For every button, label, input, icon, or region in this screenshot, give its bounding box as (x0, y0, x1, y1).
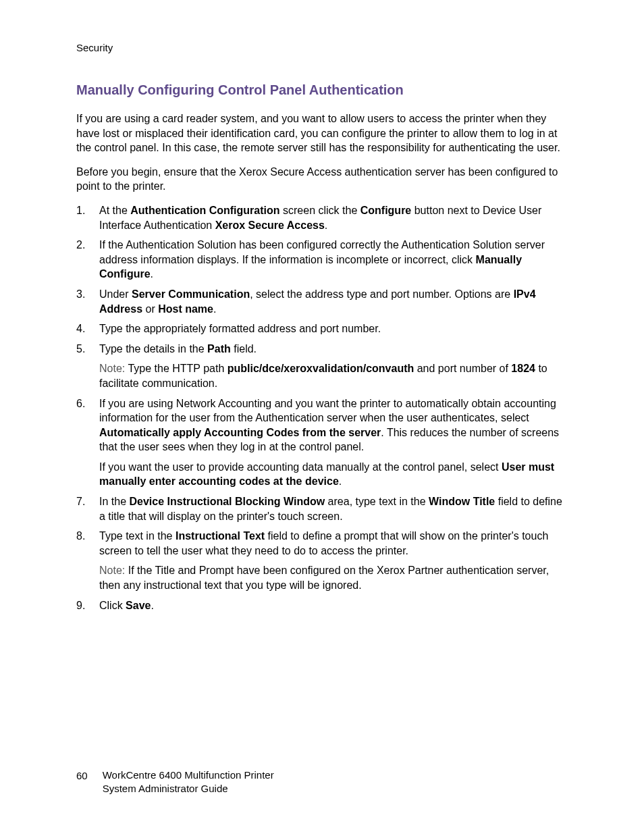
bold: Authentication Configuration (130, 205, 279, 216)
bold: Instructional Text (176, 530, 265, 542)
text: At the (99, 205, 130, 216)
text: In the (99, 496, 129, 507)
text: Type the appropriately formatted address… (99, 323, 381, 334)
step-8-note: Note: If the Title and Prompt have been … (99, 563, 568, 592)
text: Type text in the (99, 530, 176, 542)
bold: public/dce/xeroxvalidation/convauth (227, 363, 414, 374)
text: , select the address type and port numbe… (250, 288, 513, 300)
bold: Automatically apply Accounting Codes fro… (99, 427, 381, 438)
step-7: In the Device Instructional Blocking Win… (76, 494, 568, 523)
text: and port number of (414, 363, 511, 374)
text: or (142, 303, 158, 315)
text: Click (99, 600, 126, 611)
page-number: 60 (76, 768, 88, 783)
bold: Save (126, 600, 151, 611)
bold: Server Communication (132, 288, 250, 300)
step-9: Click Save. (76, 598, 568, 613)
step-8: Type text in the Instructional Text fiel… (76, 529, 568, 592)
bold: Host name (158, 303, 213, 315)
intro-paragraph-1: If you are using a card reader system, a… (76, 111, 568, 155)
step-2: If the Authentication Solution has been … (76, 238, 568, 282)
bold: 1824 (511, 363, 535, 374)
page-footer: 60 WorkCentre 6400 Multifunction Printer… (76, 768, 274, 795)
step-5-note: Note: Type the HTTP path public/dce/xero… (99, 361, 568, 390)
step-1: At the Authentication Configuration scre… (76, 203, 568, 232)
footer-line-1: WorkCentre 6400 Multifunction Printer (103, 768, 274, 782)
text: If the Title and Prompt have been config… (99, 565, 549, 591)
text: field. (231, 343, 257, 355)
step-5: Type the details in the Path field. Note… (76, 342, 568, 391)
bold: Path (207, 343, 231, 355)
text: If you want the user to provide accounti… (99, 461, 502, 473)
text: . (151, 600, 153, 611)
text: . (213, 303, 216, 315)
text: screen click the (280, 205, 360, 216)
bold: Window Title (429, 496, 495, 507)
step-3: Under Server Communication, select the a… (76, 287, 568, 316)
step-4: Type the appropriately formatted address… (76, 321, 568, 336)
text: . (151, 268, 153, 280)
bold: Configure (360, 205, 412, 216)
bold: Xerox Secure Access (215, 219, 325, 231)
text: Under (99, 288, 132, 300)
step-6-sub: If you want the user to provide accounti… (99, 460, 568, 489)
note-label: Note: (99, 363, 125, 374)
text: area, type text in the (325, 496, 429, 507)
step-6: If you are using Network Accounting and … (76, 396, 568, 490)
text: If you are using Network Accounting and … (99, 398, 556, 424)
footer-text: WorkCentre 6400 Multifunction Printer Sy… (103, 768, 274, 795)
intro-paragraph-2: Before you begin, ensure that the Xerox … (76, 165, 568, 194)
note-label: Note: (99, 565, 125, 576)
text: Type the details in the (99, 343, 207, 355)
section-heading: Manually Configuring Control Panel Authe… (76, 80, 568, 99)
header-section-label: Security (76, 41, 568, 55)
text: . (339, 475, 342, 487)
text: . (325, 219, 327, 231)
footer-line-2: System Administrator Guide (103, 782, 274, 796)
bold: Device Instructional Blocking Window (129, 496, 325, 507)
instruction-list: At the Authentication Configuration scre… (76, 203, 568, 613)
text: Type the HTTP path (125, 363, 227, 374)
